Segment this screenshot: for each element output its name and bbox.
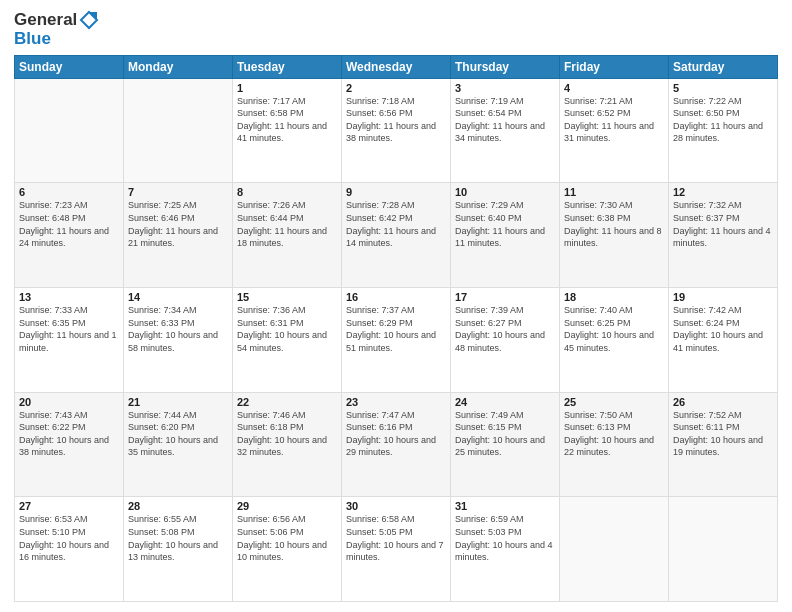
calendar-cell: 31Sunrise: 6:59 AM Sunset: 5:03 PM Dayli…: [451, 497, 560, 602]
day-info: Sunrise: 6:56 AM Sunset: 5:06 PM Dayligh…: [237, 513, 337, 563]
day-info: Sunrise: 7:42 AM Sunset: 6:24 PM Dayligh…: [673, 304, 773, 354]
calendar-cell: 20Sunrise: 7:43 AM Sunset: 6:22 PM Dayli…: [15, 392, 124, 497]
calendar-cell: 4Sunrise: 7:21 AM Sunset: 6:52 PM Daylig…: [560, 78, 669, 183]
day-number: 16: [346, 291, 446, 303]
calendar-cell: [15, 78, 124, 183]
day-number: 24: [455, 396, 555, 408]
day-number: 1: [237, 82, 337, 94]
calendar-cell: 3Sunrise: 7:19 AM Sunset: 6:54 PM Daylig…: [451, 78, 560, 183]
day-info: Sunrise: 7:18 AM Sunset: 6:56 PM Dayligh…: [346, 95, 446, 145]
calendar-table: SundayMondayTuesdayWednesdayThursdayFrid…: [14, 55, 778, 602]
calendar-cell: 6Sunrise: 7:23 AM Sunset: 6:48 PM Daylig…: [15, 183, 124, 288]
calendar-cell: 28Sunrise: 6:55 AM Sunset: 5:08 PM Dayli…: [124, 497, 233, 602]
calendar-cell: 13Sunrise: 7:33 AM Sunset: 6:35 PM Dayli…: [15, 288, 124, 393]
day-info: Sunrise: 7:22 AM Sunset: 6:50 PM Dayligh…: [673, 95, 773, 145]
day-info: Sunrise: 6:55 AM Sunset: 5:08 PM Dayligh…: [128, 513, 228, 563]
day-number: 29: [237, 500, 337, 512]
calendar-cell: 9Sunrise: 7:28 AM Sunset: 6:42 PM Daylig…: [342, 183, 451, 288]
day-info: Sunrise: 7:32 AM Sunset: 6:37 PM Dayligh…: [673, 199, 773, 249]
calendar-cell: 18Sunrise: 7:40 AM Sunset: 6:25 PM Dayli…: [560, 288, 669, 393]
day-number: 9: [346, 186, 446, 198]
day-info: Sunrise: 7:26 AM Sunset: 6:44 PM Dayligh…: [237, 199, 337, 249]
day-number: 23: [346, 396, 446, 408]
calendar-cell: 16Sunrise: 7:37 AM Sunset: 6:29 PM Dayli…: [342, 288, 451, 393]
day-number: 20: [19, 396, 119, 408]
col-header-wednesday: Wednesday: [342, 55, 451, 78]
day-info: Sunrise: 6:59 AM Sunset: 5:03 PM Dayligh…: [455, 513, 555, 563]
day-info: Sunrise: 7:37 AM Sunset: 6:29 PM Dayligh…: [346, 304, 446, 354]
calendar-cell: 15Sunrise: 7:36 AM Sunset: 6:31 PM Dayli…: [233, 288, 342, 393]
day-number: 21: [128, 396, 228, 408]
header: General Blue: [14, 10, 778, 49]
day-number: 27: [19, 500, 119, 512]
col-header-thursday: Thursday: [451, 55, 560, 78]
day-info: Sunrise: 7:36 AM Sunset: 6:31 PM Dayligh…: [237, 304, 337, 354]
day-info: Sunrise: 6:53 AM Sunset: 5:10 PM Dayligh…: [19, 513, 119, 563]
day-number: 7: [128, 186, 228, 198]
day-info: Sunrise: 7:52 AM Sunset: 6:11 PM Dayligh…: [673, 409, 773, 459]
day-number: 5: [673, 82, 773, 94]
calendar-cell: 8Sunrise: 7:26 AM Sunset: 6:44 PM Daylig…: [233, 183, 342, 288]
day-number: 28: [128, 500, 228, 512]
calendar-cell: 19Sunrise: 7:42 AM Sunset: 6:24 PM Dayli…: [669, 288, 778, 393]
day-info: Sunrise: 7:39 AM Sunset: 6:27 PM Dayligh…: [455, 304, 555, 354]
day-info: Sunrise: 7:47 AM Sunset: 6:16 PM Dayligh…: [346, 409, 446, 459]
calendar-cell: 26Sunrise: 7:52 AM Sunset: 6:11 PM Dayli…: [669, 392, 778, 497]
calendar-cell: 12Sunrise: 7:32 AM Sunset: 6:37 PM Dayli…: [669, 183, 778, 288]
day-number: 22: [237, 396, 337, 408]
day-number: 8: [237, 186, 337, 198]
day-info: Sunrise: 7:34 AM Sunset: 6:33 PM Dayligh…: [128, 304, 228, 354]
calendar-cell: [124, 78, 233, 183]
col-header-tuesday: Tuesday: [233, 55, 342, 78]
day-number: 14: [128, 291, 228, 303]
day-info: Sunrise: 7:50 AM Sunset: 6:13 PM Dayligh…: [564, 409, 664, 459]
day-number: 13: [19, 291, 119, 303]
day-info: Sunrise: 7:19 AM Sunset: 6:54 PM Dayligh…: [455, 95, 555, 145]
calendar-cell: 24Sunrise: 7:49 AM Sunset: 6:15 PM Dayli…: [451, 392, 560, 497]
calendar-cell: 10Sunrise: 7:29 AM Sunset: 6:40 PM Dayli…: [451, 183, 560, 288]
day-number: 12: [673, 186, 773, 198]
day-number: 4: [564, 82, 664, 94]
day-number: 10: [455, 186, 555, 198]
calendar-cell: 2Sunrise: 7:18 AM Sunset: 6:56 PM Daylig…: [342, 78, 451, 183]
col-header-sunday: Sunday: [15, 55, 124, 78]
calendar-cell: 29Sunrise: 6:56 AM Sunset: 5:06 PM Dayli…: [233, 497, 342, 602]
col-header-saturday: Saturday: [669, 55, 778, 78]
day-number: 6: [19, 186, 119, 198]
logo-text: General Blue: [14, 10, 99, 49]
day-info: Sunrise: 7:49 AM Sunset: 6:15 PM Dayligh…: [455, 409, 555, 459]
day-number: 2: [346, 82, 446, 94]
calendar-cell: 30Sunrise: 6:58 AM Sunset: 5:05 PM Dayli…: [342, 497, 451, 602]
day-info: Sunrise: 7:17 AM Sunset: 6:58 PM Dayligh…: [237, 95, 337, 145]
day-number: 31: [455, 500, 555, 512]
day-number: 30: [346, 500, 446, 512]
page: General Blue SundayMondayTuesdayWednesda…: [0, 0, 792, 612]
day-number: 18: [564, 291, 664, 303]
day-info: Sunrise: 7:25 AM Sunset: 6:46 PM Dayligh…: [128, 199, 228, 249]
calendar-cell: 17Sunrise: 7:39 AM Sunset: 6:27 PM Dayli…: [451, 288, 560, 393]
day-number: 15: [237, 291, 337, 303]
calendar-cell: 23Sunrise: 7:47 AM Sunset: 6:16 PM Dayli…: [342, 392, 451, 497]
day-number: 17: [455, 291, 555, 303]
day-info: Sunrise: 7:40 AM Sunset: 6:25 PM Dayligh…: [564, 304, 664, 354]
day-number: 11: [564, 186, 664, 198]
day-info: Sunrise: 7:33 AM Sunset: 6:35 PM Dayligh…: [19, 304, 119, 354]
day-info: Sunrise: 7:23 AM Sunset: 6:48 PM Dayligh…: [19, 199, 119, 249]
day-info: Sunrise: 7:46 AM Sunset: 6:18 PM Dayligh…: [237, 409, 337, 459]
col-header-friday: Friday: [560, 55, 669, 78]
calendar-cell: 11Sunrise: 7:30 AM Sunset: 6:38 PM Dayli…: [560, 183, 669, 288]
calendar-cell: 1Sunrise: 7:17 AM Sunset: 6:58 PM Daylig…: [233, 78, 342, 183]
calendar-cell: [669, 497, 778, 602]
col-header-monday: Monday: [124, 55, 233, 78]
day-number: 26: [673, 396, 773, 408]
calendar-cell: [560, 497, 669, 602]
day-info: Sunrise: 7:28 AM Sunset: 6:42 PM Dayligh…: [346, 199, 446, 249]
day-number: 19: [673, 291, 773, 303]
calendar-cell: 22Sunrise: 7:46 AM Sunset: 6:18 PM Dayli…: [233, 392, 342, 497]
day-info: Sunrise: 7:30 AM Sunset: 6:38 PM Dayligh…: [564, 199, 664, 249]
day-info: Sunrise: 6:58 AM Sunset: 5:05 PM Dayligh…: [346, 513, 446, 563]
day-info: Sunrise: 7:29 AM Sunset: 6:40 PM Dayligh…: [455, 199, 555, 249]
calendar-cell: 7Sunrise: 7:25 AM Sunset: 6:46 PM Daylig…: [124, 183, 233, 288]
calendar-cell: 5Sunrise: 7:22 AM Sunset: 6:50 PM Daylig…: [669, 78, 778, 183]
day-number: 25: [564, 396, 664, 408]
